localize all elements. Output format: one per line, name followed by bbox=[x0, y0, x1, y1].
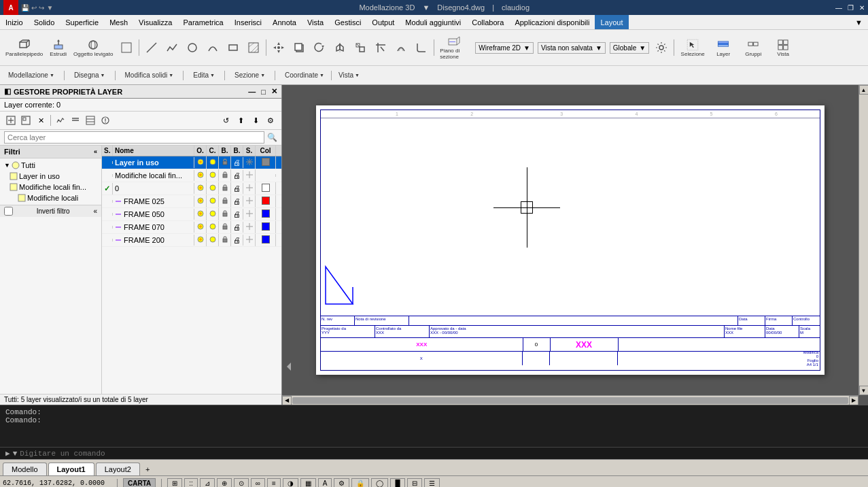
tb-selezione[interactable]: Selezione bbox=[677, 31, 708, 64]
layer-row-frame200[interactable]: FRAME 200 🖨 bbox=[102, 234, 281, 247]
tb-layer[interactable]: Layer bbox=[710, 31, 737, 64]
snap-btn[interactable]: ⊞ bbox=[167, 478, 182, 487]
layer-export-btn[interactable]: ⬆ bbox=[234, 114, 247, 127]
selection-btn[interactable]: ▦ bbox=[300, 478, 316, 487]
menu-inserisci[interactable]: Inserisci bbox=[229, 15, 267, 29]
lr-color-4[interactable] bbox=[256, 208, 276, 220]
workspace-selector[interactable]: Modellazione 3D bbox=[359, 3, 415, 12]
lr-color-5[interactable] bbox=[256, 221, 276, 233]
lr-freeze2-1[interactable] bbox=[243, 169, 256, 182]
lr-freeze-1[interactable] bbox=[207, 169, 219, 182]
restore-button[interactable]: ❐ bbox=[848, 4, 854, 12]
layer-settings-btn3[interactable] bbox=[84, 114, 97, 127]
tb-move[interactable] bbox=[269, 38, 288, 57]
tb-hatch[interactable] bbox=[244, 38, 263, 57]
layer-row-frame025[interactable]: FRAME 025 🖨 bbox=[102, 195, 281, 208]
lr-on-4[interactable] bbox=[194, 208, 207, 220]
lwt-btn[interactable]: ≡ bbox=[267, 478, 281, 487]
tb-circle[interactable] bbox=[183, 38, 202, 57]
lr-freeze2-5[interactable] bbox=[243, 221, 256, 233]
vista-dropdown[interactable]: Vista non salvata ▼ bbox=[538, 42, 606, 54]
scrollbar-horizontal[interactable]: ◀ ▶ bbox=[282, 395, 858, 405]
filter-collapse-btn[interactable]: « bbox=[94, 148, 97, 155]
col-lock[interactable]: B. bbox=[219, 146, 231, 156]
tb-settings[interactable] bbox=[652, 37, 671, 58]
layer-panel-maximize[interactable]: □ bbox=[261, 88, 266, 96]
lr-freeze-2[interactable] bbox=[207, 182, 219, 195]
tb-extra3d[interactable] bbox=[117, 37, 136, 58]
polar-btn[interactable]: ⊕ bbox=[217, 478, 232, 487]
tg-edita[interactable]: Edita bbox=[188, 70, 220, 80]
tb-parallelepipedo[interactable]: Parallelepipedo bbox=[3, 37, 46, 58]
col-freeze2[interactable]: S. bbox=[243, 146, 256, 156]
lr-lock-1[interactable] bbox=[219, 169, 231, 182]
menu-collabora[interactable]: Collabora bbox=[466, 15, 509, 29]
menu-visualizza[interactable]: Visualizza bbox=[133, 15, 177, 29]
lr-freeze-6[interactable] bbox=[207, 234, 219, 246]
menu-vista[interactable]: Vista bbox=[302, 15, 329, 29]
ortho-btn[interactable]: ⊿ bbox=[200, 478, 215, 487]
invert-filter-collapse[interactable]: « bbox=[93, 207, 97, 215]
layer-import-btn[interactable]: ⬇ bbox=[249, 114, 262, 127]
tg-sezione[interactable]: Sezione bbox=[229, 70, 271, 80]
tb-oggetto-levigato[interactable]: Oggetto levigato bbox=[71, 37, 116, 58]
lr-print-4[interactable]: 🖨 bbox=[231, 209, 243, 220]
layer-row-frame050[interactable]: FRAME 050 🖨 bbox=[102, 208, 281, 221]
tb-rotate[interactable] bbox=[310, 38, 329, 57]
viewport-area[interactable]: ▲ ▼ ◀ ▶ 1 2 3 bbox=[282, 85, 868, 405]
layer-search-input[interactable] bbox=[4, 131, 264, 144]
lr-print-0[interactable]: 🖨 bbox=[231, 157, 243, 168]
lr-on-1[interactable] bbox=[194, 169, 207, 182]
menu-layout[interactable]: Layout bbox=[595, 15, 628, 29]
lr-on-5[interactable] bbox=[194, 221, 207, 233]
customize-btn[interactable]: ☰ bbox=[424, 478, 440, 487]
invert-filter-label[interactable]: Inverti filtro bbox=[37, 207, 70, 215]
osnap-btn[interactable]: ⊙ bbox=[234, 478, 249, 487]
menu-solido[interactable]: Solido bbox=[29, 15, 60, 29]
layer-panel-close[interactable]: ✕ bbox=[271, 87, 277, 96]
lr-lock-5[interactable] bbox=[219, 221, 231, 233]
menu-gestisci[interactable]: Gestisci bbox=[329, 15, 366, 29]
scroll-down-btn[interactable]: ▼ bbox=[859, 386, 869, 395]
lr-color-1[interactable] bbox=[256, 174, 276, 177]
scroll-v-track[interactable] bbox=[859, 95, 868, 386]
delete-layer-btn[interactable]: ✕ bbox=[34, 114, 48, 127]
lr-on-2[interactable] bbox=[194, 182, 207, 195]
lr-print-6[interactable]: 🖨 bbox=[231, 235, 243, 246]
tg-modifica-solidi[interactable]: Modifica solidi bbox=[120, 70, 179, 80]
col-print[interactable]: B. bbox=[231, 146, 243, 156]
lr-freeze2-6[interactable] bbox=[243, 234, 256, 246]
filter-tutti[interactable]: ▼ Tutti bbox=[1, 160, 100, 171]
lr-freeze2-2[interactable] bbox=[243, 182, 256, 195]
scrollbar-vertical[interactable]: ▲ ▼ bbox=[858, 85, 868, 395]
tb-line[interactable] bbox=[142, 38, 161, 57]
tb-mirror[interactable] bbox=[330, 38, 349, 57]
tg-modellazione[interactable]: Modellazione bbox=[3, 70, 60, 80]
tb-polyline[interactable] bbox=[162, 38, 181, 57]
minimize-button[interactable]: — bbox=[835, 4, 842, 12]
close-button[interactable]: ✕ bbox=[859, 4, 865, 12]
ws-btn[interactable]: ⚙ bbox=[334, 478, 349, 487]
tb-vista-btn[interactable]: Vista bbox=[769, 31, 797, 64]
tg-vista[interactable]: Vista bbox=[333, 70, 365, 80]
wireframe-dropdown[interactable]: Wireframe 2D ▼ bbox=[475, 42, 534, 54]
lr-color-2[interactable] bbox=[256, 182, 276, 195]
menu-moduli[interactable]: Moduli aggiuntivi bbox=[400, 15, 466, 29]
lr-color-3[interactable] bbox=[256, 195, 276, 207]
menu-inizio[interactable]: Inizio bbox=[0, 15, 29, 29]
layer-settings-btn2[interactable] bbox=[69, 114, 82, 127]
layer-row-0[interactable]: ✓ 0 🖨 bbox=[102, 182, 281, 195]
pan-indicator[interactable] bbox=[285, 360, 299, 375]
layer-settings-btn4[interactable] bbox=[99, 114, 112, 127]
tb-scale[interactable] bbox=[351, 38, 370, 57]
tg-disegna[interactable]: Disegna bbox=[69, 70, 111, 80]
filter-layer-in-uso[interactable]: Layer in uso bbox=[1, 171, 100, 182]
scroll-h-track[interactable] bbox=[292, 396, 849, 405]
lr-color-6[interactable] bbox=[256, 234, 276, 246]
lr-color-0[interactable] bbox=[256, 156, 276, 169]
lock-btn[interactable]: 🔒 bbox=[351, 478, 369, 487]
tab-modello[interactable]: Modello bbox=[3, 463, 47, 475]
lr-print-1[interactable]: 🖨 bbox=[231, 170, 243, 181]
lr-print-5[interactable]: 🖨 bbox=[231, 222, 243, 233]
lr-freeze2-3[interactable] bbox=[243, 195, 256, 207]
